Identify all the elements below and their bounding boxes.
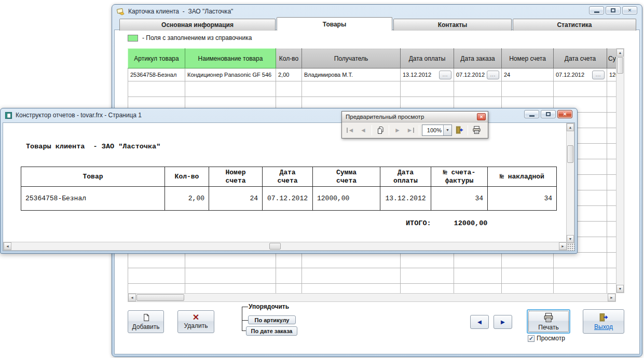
scroll-left-button[interactable]: ◄: [4, 242, 11, 250]
print-button[interactable]: Печать: [527, 309, 570, 334]
cell-qty[interactable]: 2,00: [276, 68, 302, 81]
grid-empty-row[interactable]: [128, 253, 616, 268]
scroll-right-button[interactable]: ►: [559, 242, 567, 250]
scroll-right-icon: ►: [561, 244, 565, 248]
column-header-payment-date[interactable]: Дата оплаты: [401, 49, 454, 68]
horizontal-scroll-thumb[interactable]: [269, 243, 281, 250]
close-icon: ✕: [479, 115, 483, 119]
scroll-up-button[interactable]: ▲: [616, 49, 624, 57]
client-card-titlebar[interactable]: Карточка клиента - ЗАО "Ласточка" ✕: [112, 5, 642, 18]
cell-recipient[interactable]: Владимирова М.Т.: [302, 68, 401, 81]
cell-order-date[interactable]: 07.12.2012...: [454, 68, 502, 81]
zoom-combobox[interactable]: 100% ▼: [422, 125, 452, 136]
report-vertical-scrollbar[interactable]: ▲ ▼: [566, 123, 574, 243]
close-icon: ✕: [563, 112, 567, 117]
maximize-button[interactable]: [606, 6, 621, 15]
grid-data-row[interactable]: 25364758-Безнал Кондиционер Panasonic GF…: [128, 68, 616, 81]
column-header-invoice-date[interactable]: Дата счета: [554, 49, 607, 68]
scroll-left-button[interactable]: ◄: [128, 294, 136, 301]
maximize-icon: [546, 112, 551, 116]
new-document-icon: [142, 313, 150, 322]
green-field-swatch: [128, 35, 138, 42]
grid-horizontal-scrollbar[interactable]: ◄ ►: [128, 293, 616, 302]
arrow-left-icon: ◄: [476, 318, 483, 326]
report-titlebar[interactable]: Конструктор отчетов - tovar.frx - Страни…: [1, 108, 577, 122]
close-button[interactable]: ✕: [622, 6, 637, 15]
order-by-article-button[interactable]: По артикулу: [248, 315, 296, 324]
tab-statistics[interactable]: Статистика: [513, 19, 636, 31]
rpt-cell-product: 25364758-Безнал: [21, 187, 165, 211]
cell-article[interactable]: 25364758-Безнал: [128, 68, 185, 81]
scroll-up-button[interactable]: ▲: [567, 123, 574, 131]
grid-empty-row[interactable]: [128, 268, 616, 284]
next-page-button[interactable]: ►: [392, 125, 403, 136]
order-by-date-button[interactable]: По дате заказа: [246, 326, 297, 336]
scroll-down-button[interactable]: ▼: [567, 235, 574, 243]
column-header-invoice-number[interactable]: Номер счета: [502, 49, 554, 68]
cell-product[interactable]: Кондиционер Panasonic GF 546: [185, 68, 276, 81]
rpt-col-invoice-sum: Сумма счета: [313, 167, 380, 187]
report-close-button[interactable]: ✕: [557, 110, 572, 118]
cell-payment-date[interactable]: 13.12.2012...: [401, 68, 454, 81]
last-page-button[interactable]: ►: [405, 125, 416, 136]
chevron-down-icon: ▼: [446, 128, 449, 132]
column-header-article[interactable]: Артикул товара: [128, 49, 185, 68]
cell-sum[interactable]: 12000,00: [607, 68, 616, 81]
cell-invoice-date[interactable]: 07.12.2012...: [554, 68, 607, 81]
preview-close-button[interactable]: ✕: [477, 113, 486, 120]
scroll-down-button[interactable]: ▼: [616, 285, 624, 293]
scroll-right-button[interactable]: ►: [608, 294, 615, 301]
close-preview-button[interactable]: [454, 125, 465, 136]
vertical-scroll-thumb[interactable]: [617, 57, 623, 74]
preview-toolbar-titlebar[interactable]: Предварительный просмотр ✕: [342, 112, 488, 122]
report-horizontal-scrollbar[interactable]: ◄ ►: [3, 242, 567, 251]
grid-empty-row[interactable]: [128, 284, 616, 294]
rpt-col-invoice-facture: № счета- фактуры: [431, 167, 488, 187]
toolbar-separator: [419, 125, 419, 135]
preview-checkbox[interactable]: ✓: [528, 335, 535, 342]
report-minimize-button[interactable]: [524, 110, 539, 118]
grid-vertical-scrollbar[interactable]: ▲ ▼: [616, 48, 624, 293]
grid-header-row: Артикул товара Наименование товара Кол-в…: [128, 49, 616, 68]
toolbar-separator: [372, 125, 372, 135]
horizontal-scroll-thumb[interactable]: [136, 294, 184, 301]
exit-button[interactable]: Выход: [583, 309, 624, 334]
tab-main-info[interactable]: Основная информация: [119, 19, 276, 31]
column-header-order-date[interactable]: Дата заказа: [454, 49, 502, 68]
minimize-icon: [594, 11, 599, 13]
first-page-button[interactable]: ◄: [345, 125, 356, 136]
total-value: 12000,00: [454, 219, 488, 227]
rpt-col-qty: Кол-во: [165, 167, 209, 187]
cell-invoice-number[interactable]: 24: [502, 68, 554, 81]
preview-checkbox-row: ✓ Просмотр: [528, 335, 565, 342]
vertical-scroll-thumb[interactable]: [567, 145, 573, 163]
report-maximize-button[interactable]: [541, 110, 556, 118]
scroll-right-icon: ►: [610, 296, 613, 299]
toolbar-print-button[interactable]: [471, 125, 482, 136]
order-date-picker-button[interactable]: ...: [487, 71, 499, 79]
tab-contacts[interactable]: Контакты: [393, 19, 512, 31]
minimize-button[interactable]: [589, 6, 604, 15]
column-header-qty[interactable]: Кол-во: [276, 49, 302, 68]
column-header-product[interactable]: Наименование товара: [185, 49, 276, 68]
previous-record-button[interactable]: ◄: [470, 315, 489, 329]
previous-page-button[interactable]: ◄: [358, 125, 369, 136]
report-total-row: ИТОГО: 12000,00: [406, 219, 487, 227]
delete-button[interactable]: ✕ Удалить: [177, 310, 214, 333]
previous-page-icon: ◄: [360, 127, 366, 134]
column-header-recipient[interactable]: Получатель: [302, 49, 401, 68]
scroll-down-icon: ▼: [569, 237, 572, 241]
delete-cross-icon: ✕: [193, 314, 199, 321]
report-data-row: 25364758-Безнал 2,00 24 07.12.2012 12000…: [21, 187, 557, 211]
tab-goods[interactable]: Товары: [277, 17, 392, 31]
copy-pages-button[interactable]: [375, 125, 386, 136]
grid-empty-row[interactable]: [128, 81, 616, 97]
invoice-date-picker-button[interactable]: ...: [592, 71, 605, 79]
add-button[interactable]: Добавить: [128, 310, 164, 333]
column-header-sum[interactable]: Сумма: [607, 49, 616, 68]
report-title-text: Товары клиента - ЗАО "Ласточка": [26, 143, 160, 150]
payment-date-picker-button[interactable]: ...: [439, 71, 451, 79]
zoom-dropdown-button[interactable]: ▼: [443, 125, 451, 135]
zoom-value: 100%: [422, 125, 443, 135]
next-record-button[interactable]: ►: [494, 315, 512, 329]
